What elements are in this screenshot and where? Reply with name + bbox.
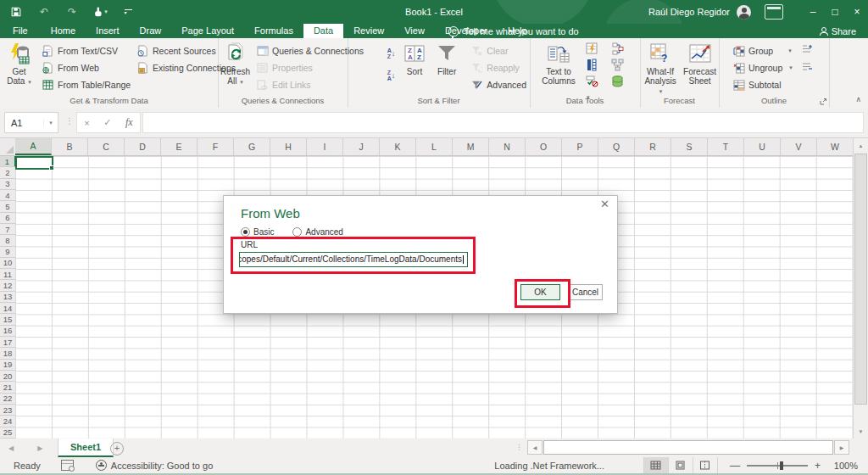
refresh-all-button[interactable]: Refresh All ▾ (218, 41, 253, 88)
show-detail-icon[interactable] (802, 44, 813, 53)
from-web-button[interactable]: From Web (38, 59, 133, 76)
column-header-w[interactable]: W (817, 138, 854, 155)
name-box[interactable]: A1 ▾ (4, 112, 58, 133)
remove-duplicates-icon[interactable] (586, 59, 604, 71)
dialog-close-icon[interactable]: ✕ (600, 198, 609, 210)
sort-ascending-button[interactable]: AZ↓ (381, 42, 401, 64)
clear-filter-button[interactable]: Clear (467, 42, 530, 59)
column-header-b[interactable]: B (52, 138, 88, 155)
row-header-24[interactable]: 24 (0, 416, 15, 427)
forecast-sheet-button[interactable]: Forecast Sheet (681, 41, 719, 87)
tab-view[interactable]: View (394, 24, 435, 38)
ungroup-button[interactable]: Ungroup ▾ (729, 59, 800, 76)
reapply-filter-button[interactable]: Reapply (467, 59, 530, 76)
new-sheet-icon[interactable]: + (110, 442, 124, 455)
column-header-u[interactable]: U (744, 138, 781, 155)
what-if-analysis-button[interactable]: ? What-If Analysis ▾ (640, 41, 681, 98)
row-header-25[interactable]: 25 (0, 428, 15, 439)
formula-bar-grip[interactable]: ⋮ (65, 116, 75, 126)
ok-button[interactable]: OK (520, 284, 560, 300)
ribbon-display-options-icon[interactable] (765, 4, 783, 20)
zoom-level[interactable]: 100% (829, 461, 858, 471)
column-header-v[interactable]: V (781, 138, 817, 155)
cancel-entry-icon[interactable]: × (84, 118, 89, 128)
chevron-down-icon[interactable]: ▾ (43, 120, 58, 126)
recent-sources-button[interactable]: Recent Sources (133, 42, 218, 59)
row-header-13[interactable]: 13 (0, 292, 15, 303)
text-to-columns-button[interactable]: Text to Columns (537, 41, 581, 87)
insert-function-icon[interactable]: fx (125, 116, 133, 129)
outline-dialog-launcher-icon[interactable] (820, 98, 827, 105)
column-header-s[interactable]: S (671, 138, 708, 155)
row-header-22[interactable]: 22 (0, 394, 15, 405)
accessibility-status[interactable]: Accessibility: Good to go (96, 460, 213, 471)
fill-handle[interactable] (49, 165, 54, 170)
column-header-k[interactable]: K (380, 138, 416, 155)
column-header-h[interactable]: H (270, 138, 307, 155)
filter-button[interactable]: Filter (433, 41, 460, 78)
sheet-tab-sheet1[interactable]: Sheet1 (58, 439, 114, 457)
tab-data[interactable]: Data (303, 24, 343, 38)
scroll-up-icon[interactable]: ▲ (854, 138, 868, 153)
formula-input[interactable] (142, 112, 864, 133)
column-header-i[interactable]: I (307, 138, 343, 155)
existing-connections-button[interactable]: Existing Connections (133, 59, 218, 76)
row-header-12[interactable]: 12 (0, 280, 15, 291)
sort-button[interactable]: ZAAZ Sort (401, 41, 428, 78)
horizontal-scroll-thumb[interactable] (543, 440, 833, 455)
macro-record-icon[interactable] (61, 460, 74, 471)
column-header-a[interactable]: A (15, 138, 52, 155)
row-header-5[interactable]: 5 (0, 201, 15, 212)
row-header-17[interactable]: 17 (0, 337, 15, 348)
row-header-16[interactable]: 16 (0, 326, 15, 337)
column-header-c[interactable]: C (88, 138, 125, 155)
sheet-nav-left-icon[interactable]: ◀ (8, 444, 14, 452)
page-break-view-button[interactable] (693, 457, 718, 473)
tab-page-layout[interactable]: Page Layout (171, 24, 244, 38)
hide-detail-icon[interactable] (802, 62, 813, 71)
column-header-g[interactable]: G (234, 138, 270, 155)
scroll-down-icon[interactable]: ▼ (854, 424, 868, 439)
tab-review[interactable]: Review (343, 24, 394, 38)
selected-cell-a1[interactable] (15, 156, 53, 170)
url-input[interactable]: meLog/Data/Scopes/Default/Current/Collec… (239, 252, 468, 267)
group-button[interactable]: Group ▾ (729, 42, 800, 59)
hscroll-grip[interactable]: ⋮ (515, 443, 523, 451)
row-header-19[interactable]: 19 (0, 360, 15, 371)
column-header-n[interactable]: N (489, 138, 526, 155)
column-header-m[interactable]: M (453, 138, 489, 155)
zoom-out-icon[interactable]: — (730, 460, 740, 472)
row-header-7[interactable]: 7 (0, 224, 15, 235)
collapse-ribbon-icon[interactable]: ∧ (855, 95, 861, 103)
column-header-o[interactable]: O (526, 138, 562, 155)
tell-me-box[interactable]: Tell me what you want to do (448, 24, 579, 38)
row-header-6[interactable]: 6 (0, 213, 15, 224)
column-header-j[interactable]: J (343, 138, 380, 155)
row-header-21[interactable]: 21 (0, 382, 15, 393)
row-header-11[interactable]: 11 (0, 269, 15, 280)
radio-basic[interactable]: Basic (241, 227, 274, 237)
normal-view-button[interactable] (644, 457, 669, 473)
row-header-14[interactable]: 14 (0, 303, 15, 314)
column-header-d[interactable]: D (125, 138, 161, 155)
zoom-slider[interactable] (747, 465, 808, 467)
scroll-right-icon[interactable]: ▶ (834, 440, 849, 455)
zoom-in-icon[interactable]: + (815, 460, 821, 472)
consolidate-icon[interactable] (611, 42, 624, 55)
user-name[interactable]: Raúl Diego Regidor (648, 7, 730, 17)
row-header-3[interactable]: 3 (0, 179, 15, 190)
manage-data-model-icon[interactable] (611, 75, 624, 87)
tab-draw[interactable]: Draw (130, 24, 172, 38)
cancel-button[interactable]: Cancel (568, 284, 603, 300)
column-header-p[interactable]: P (562, 138, 598, 155)
scroll-left-icon[interactable]: ◀ (527, 440, 542, 455)
relationships-icon[interactable] (611, 59, 624, 71)
from-table-range-button[interactable]: From Table/Range (38, 76, 133, 93)
select-all-corner[interactable] (0, 138, 16, 156)
column-header-f[interactable]: F (198, 138, 234, 155)
row-header-20[interactable]: 20 (0, 371, 15, 382)
column-header-r[interactable]: R (635, 138, 671, 155)
confirm-entry-icon[interactable]: ✓ (103, 117, 111, 128)
row-header-4[interactable]: 4 (0, 190, 15, 201)
advanced-filter-button[interactable]: Advanced (467, 76, 530, 93)
